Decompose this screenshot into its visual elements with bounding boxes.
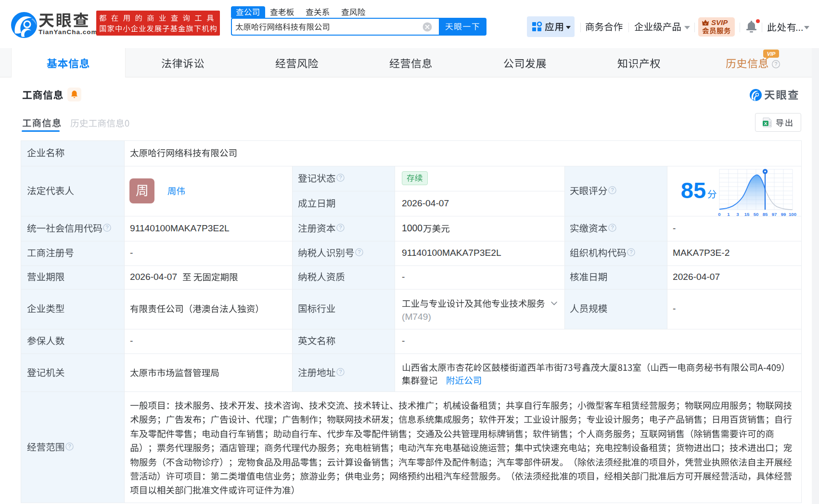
svg-text:?: ?: [775, 61, 778, 67]
svg-text:X: X: [764, 121, 768, 126]
svg-text:?: ?: [106, 225, 109, 230]
svg-text:?: ?: [68, 443, 71, 449]
svg-text:?: ?: [339, 369, 342, 375]
svg-text:?: ?: [611, 225, 614, 230]
svg-text:VIP: VIP: [767, 51, 776, 57]
svg-text:?: ?: [339, 175, 342, 180]
svg-text:?: ?: [630, 249, 633, 255]
svg-text:?: ?: [339, 225, 342, 230]
svg-text:?: ?: [358, 249, 361, 255]
